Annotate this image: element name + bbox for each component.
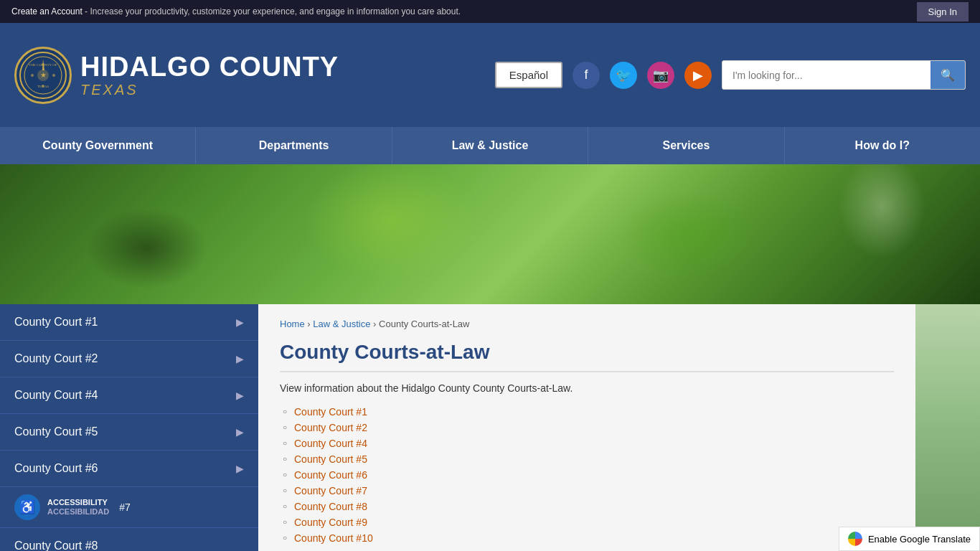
chevron-right-icon: ▶ [236, 316, 244, 328]
page-description: View information about the Hidalgo Count… [280, 382, 894, 394]
banner-text: Create an Account - Increase your produc… [11, 6, 461, 17]
svg-point-9 [42, 63, 44, 66]
court1-link[interactable]: County Court #1 [294, 406, 367, 418]
sign-in-button[interactable]: Sign In [917, 2, 969, 22]
google-translate-bar[interactable]: Enable Google Translate [839, 527, 980, 551]
logo-area: THE COUNTY OF TEXAS ★ HIDALGO COUNTY TEX… [14, 47, 339, 104]
court9-link[interactable]: County Court #9 [294, 517, 367, 528]
content-area: Home › Law & Justice › County Courts-at-… [258, 304, 915, 551]
svg-text:★: ★ [40, 71, 47, 79]
create-account-link[interactable]: Create an Account [11, 6, 83, 17]
twitter-icon[interactable]: 🐦 [610, 62, 637, 89]
espanol-button[interactable]: Español [495, 62, 562, 88]
court5-link[interactable]: County Court #5 [294, 453, 367, 465]
sidebar-item-court4[interactable]: County Court #4 ▶ [0, 377, 258, 414]
breadcrumb-home[interactable]: Home [280, 319, 305, 329]
nav-how-do-i[interactable]: How do I? [785, 127, 980, 164]
facebook-icon[interactable]: f [573, 62, 600, 89]
header: THE COUNTY OF TEXAS ★ HIDALGO COUNTY TEX… [0, 23, 980, 127]
chevron-right-icon: ▶ [236, 463, 244, 474]
texas-label: TEXAS [80, 82, 339, 98]
main-layout: County Court #1 ▶ County Court #2 ▶ Coun… [0, 304, 980, 551]
chevron-right-icon: ▶ [236, 353, 244, 364]
svg-point-10 [42, 85, 44, 88]
court4-link[interactable]: County Court #4 [294, 438, 367, 449]
chevron-right-icon: ▶ [236, 426, 244, 438]
accessibility-text: ACCESSIBILITY ACCESIBILIDAD [47, 498, 109, 517]
list-item: County Court #10 [280, 530, 894, 546]
nav-county-government[interactable]: County Government [0, 127, 196, 164]
court10-link[interactable]: County Court #10 [294, 532, 373, 544]
county-name: HIDALGO COUNTY [80, 52, 339, 83]
main-nav: County Government Departments Law & Just… [0, 127, 980, 164]
accessibility-bar[interactable]: ♿ ACCESSIBILITY ACCESIBILIDAD #7 [0, 487, 258, 528]
hero-image [0, 164, 980, 304]
seal-svg: THE COUNTY OF TEXAS ★ [18, 50, 68, 100]
court2-link[interactable]: County Court #2 [294, 422, 367, 433]
nav-law-justice[interactable]: Law & Justice [392, 127, 588, 164]
list-item: County Court #8 [280, 499, 894, 514]
search-bar: 🔍 [722, 60, 966, 90]
breadcrumb-law-justice[interactable]: Law & Justice [313, 319, 370, 329]
youtube-icon[interactable]: ▶ [684, 62, 712, 89]
sidebar-item-court5[interactable]: County Court #5 ▶ [0, 414, 258, 451]
google-translate-label: Enable Google Translate [868, 534, 971, 545]
right-decoration [915, 304, 980, 551]
top-banner: Create an Account - Increase your produc… [0, 0, 980, 23]
list-item: County Court #5 [280, 451, 894, 467]
court7-link[interactable]: County Court #7 [294, 485, 367, 496]
sidebar-item-court8[interactable]: County Court #8 [0, 528, 258, 551]
list-item: County Court #9 [280, 514, 894, 530]
court-list: County Court #1 County Court #2 County C… [280, 404, 894, 546]
instagram-icon[interactable]: 📷 [647, 62, 674, 89]
accessibility-icon: ♿ [14, 494, 40, 520]
breadcrumb-current: County Courts-at-Law [379, 319, 469, 329]
header-right: Español f 🐦 📷 ▶ 🔍 [495, 60, 966, 90]
google-logo-icon [848, 532, 862, 546]
search-button[interactable]: 🔍 [930, 61, 965, 89]
court8-link[interactable]: County Court #8 [294, 501, 367, 512]
list-item: County Court #6 [280, 467, 894, 483]
list-item: County Court #2 [280, 420, 894, 435]
svg-point-7 [31, 74, 34, 77]
sidebar-item-court2[interactable]: County Court #2 ▶ [0, 341, 258, 377]
chevron-right-icon: ▶ [236, 390, 244, 401]
search-input[interactable] [722, 62, 930, 88]
sidebar-item-court6[interactable]: County Court #6 ▶ [0, 451, 258, 487]
county-seal: THE COUNTY OF TEXAS ★ [14, 47, 72, 104]
sidebar-item-court1[interactable]: County Court #1 ▶ [0, 304, 258, 341]
breadcrumb: Home › Law & Justice › County Courts-at-… [280, 319, 894, 329]
court7-label-partial: #7 [119, 501, 131, 513]
sidebar: County Court #1 ▶ County Court #2 ▶ Coun… [0, 304, 258, 551]
court6-link[interactable]: County Court #6 [294, 469, 367, 481]
logo-text: HIDALGO COUNTY TEXAS [80, 52, 339, 98]
list-item: County Court #7 [280, 483, 894, 499]
nav-departments[interactable]: Departments [196, 127, 392, 164]
list-item: County Court #1 [280, 404, 894, 420]
list-item: County Court #4 [280, 435, 894, 451]
page-title: County Courts-at-Law [280, 341, 894, 372]
svg-point-8 [52, 74, 55, 77]
nav-services[interactable]: Services [588, 127, 784, 164]
